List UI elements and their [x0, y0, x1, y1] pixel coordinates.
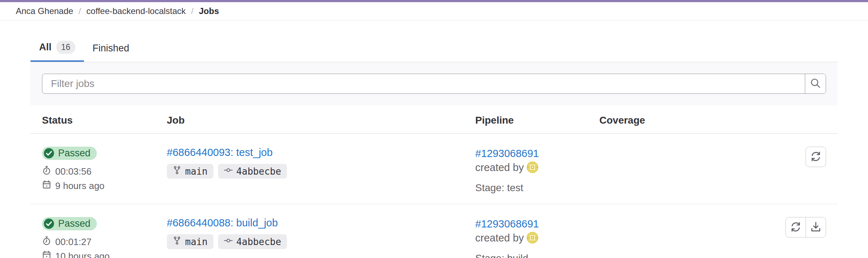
tab-all-label: All [39, 42, 52, 53]
job-age: 10 hours ago [42, 250, 144, 258]
status-badge-label: Passed [58, 148, 90, 159]
job-row-actions-cell [706, 134, 838, 204]
breadcrumb-item-user[interactable]: Anca Ghenade [16, 6, 73, 16]
pipeline-stage: Stage: build [475, 253, 576, 258]
pipeline-created-by-text: created by [475, 232, 524, 244]
filter-box [42, 74, 826, 94]
status-badge-passed[interactable]: Passed [42, 147, 97, 160]
job-link[interactable]: #6866440093: test_job [167, 147, 273, 158]
pipeline-link[interactable]: #1293068691 [475, 218, 539, 230]
column-header-actions [706, 105, 838, 134]
job-age-value: 9 hours ago [55, 180, 104, 192]
actions-button-group [786, 217, 826, 238]
job-row-status-cell: Passed 00:03:56 9 hours ago [30, 134, 155, 204]
status-passed-icon [43, 148, 55, 159]
job-row-pipeline-cell: #1293068691 created by [464, 134, 588, 204]
breadcrumb-item-project[interactable]: coffee-backend-localstack [86, 6, 186, 16]
branch-icon [173, 236, 181, 247]
job-row-actions-cell [706, 204, 838, 258]
jobs-table: Status Job Pipeline Coverage Passed 00:0… [30, 105, 838, 258]
tab-all-count-badge: 16 [56, 41, 76, 54]
calendar-icon [42, 250, 51, 258]
job-duration-value: 00:03:56 [55, 166, 91, 177]
status-passed-icon [43, 218, 55, 229]
filter-jobs-input[interactable] [42, 74, 805, 93]
download-icon [810, 221, 821, 234]
commit-sha: 4abbecbe [236, 166, 281, 177]
job-duration: 00:01:27 [42, 236, 144, 248]
breadcrumb: Anca Ghenade / coffee-backend-localstack… [0, 2, 868, 20]
creator-avatar[interactable] [527, 161, 538, 173]
commit-badge[interactable]: 4abbecbe [218, 234, 287, 249]
pipeline-stage: Stage: test [475, 182, 576, 194]
pipeline-created-by-text: created by [475, 162, 524, 173]
branch-name: main [185, 236, 208, 247]
breadcrumb-item-current-jobs: Jobs [199, 6, 219, 16]
job-row-coverage-cell [588, 134, 706, 204]
retry-job-button[interactable] [806, 147, 826, 167]
timer-icon [42, 236, 51, 248]
search-button[interactable] [805, 74, 826, 93]
retry-job-button[interactable] [786, 217, 806, 238]
column-header-job: Job [155, 105, 464, 134]
job-age: 9 hours ago [42, 180, 144, 192]
calendar-icon [42, 180, 51, 192]
status-badge-passed[interactable]: Passed [42, 217, 97, 230]
ref-badges: main 4abbecbe [167, 164, 452, 179]
branch-badge[interactable]: main [167, 234, 213, 249]
job-row-status-cell: Passed 00:01:27 10 hours ago [30, 204, 155, 258]
creator-avatar[interactable] [527, 232, 538, 244]
column-header-coverage: Coverage [588, 105, 706, 134]
download-artifacts-button[interactable] [806, 217, 826, 238]
job-row-job-cell: #6866440088: build_job main 4abbecbe [155, 204, 464, 258]
job-row-job-cell: #6866440093: test_job main 4abbecbe [155, 134, 464, 204]
branch-icon [173, 166, 181, 177]
tab-all[interactable]: All 16 [30, 35, 84, 62]
search-icon [810, 78, 821, 90]
commit-icon [224, 236, 233, 247]
tab-finished[interactable]: Finished [84, 37, 138, 62]
job-row-pipeline-cell: #1293068691 created by [464, 204, 588, 258]
retry-icon [790, 221, 801, 234]
job-age-value: 10 hours ago [55, 251, 110, 258]
tab-finished-label: Finished [93, 43, 129, 54]
job-duration-value: 00:01:27 [55, 236, 91, 248]
pipeline-link[interactable]: #1293068691 [475, 148, 539, 159]
job-duration: 00:03:56 [42, 166, 144, 178]
breadcrumb-separator: / [191, 6, 194, 16]
retry-icon [810, 151, 821, 163]
branch-name: main [185, 166, 208, 177]
commit-badge[interactable]: 4abbecbe [218, 164, 287, 179]
status-badge-label: Passed [58, 218, 90, 229]
breadcrumb-separator: / [79, 6, 81, 16]
job-row-coverage-cell [588, 204, 706, 258]
column-header-status: Status [30, 105, 155, 134]
ref-badges: main 4abbecbe [167, 234, 452, 249]
commit-icon [224, 166, 233, 177]
commit-sha: 4abbecbe [236, 236, 281, 247]
filter-section [30, 62, 838, 105]
job-link[interactable]: #6866440088: build_job [167, 217, 278, 229]
branch-badge[interactable]: main [167, 164, 213, 179]
timer-icon [42, 166, 51, 178]
jobs-tabs: All 16 Finished [30, 20, 838, 62]
column-header-pipeline: Pipeline [464, 105, 588, 134]
